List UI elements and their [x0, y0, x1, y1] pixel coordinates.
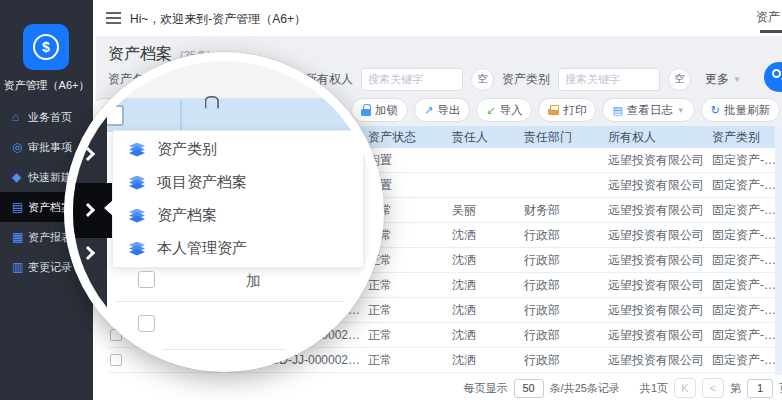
chevron-right-icon[interactable]	[83, 248, 93, 258]
jump-prefix: 第	[730, 381, 741, 396]
flyout-item-0[interactable]: 资产类别	[113, 133, 363, 166]
magnifier-overlay: 资产类别项目资产档案资产档案本人管理资产 加	[64, 52, 384, 372]
tab-asset[interactable]: 资产	[756, 9, 780, 26]
cell-owner: 远望投资有限公司	[608, 352, 712, 369]
empty-toggle-category[interactable]: 空	[668, 68, 691, 91]
cell-dept: 行政部	[524, 302, 608, 319]
app-name: 资产管理（A6+）	[0, 78, 93, 93]
app-logo: $	[23, 24, 69, 70]
change-record-icon: ▥	[12, 260, 28, 274]
log-button[interactable]: ▤查看日志▼	[602, 98, 694, 122]
page-title: 资产档案	[108, 44, 172, 65]
search-icon	[772, 69, 781, 78]
cell-owner: 远望投资有限公司	[608, 327, 712, 344]
cell-category: 固定资产-电子...	[712, 202, 782, 219]
layers-icon	[129, 242, 145, 256]
log-icon: ▤	[612, 105, 622, 116]
cell-category: 固定资产-电子...	[712, 152, 782, 169]
flyout-item-label: 项目资产档案	[157, 173, 247, 192]
magnified-column-divider	[180, 100, 182, 130]
flyout-item-1[interactable]: 项目资产档案	[113, 166, 363, 199]
flyout-menu: 资产类别项目资产档案资产档案本人管理资产	[112, 130, 364, 268]
cell-owner: 远望投资有限公司	[608, 252, 712, 269]
chevron-down-icon: ▼	[733, 75, 741, 84]
refresh-button[interactable]: ↻批量刷新	[701, 98, 780, 122]
lock-button[interactable]: 加锁	[351, 98, 408, 122]
pagination-bar: 每页显示 条/共25条记录 共1页 K < 第 页	[96, 375, 782, 400]
cell-status: 正常	[368, 252, 452, 269]
button-label: 加锁	[375, 103, 398, 118]
sidebar-item-label: 审批事项	[28, 140, 72, 155]
flyout-item-3[interactable]: 本人管理资产	[113, 232, 363, 265]
layers-icon	[129, 209, 145, 223]
cell-category: 固定资产-其他...	[712, 252, 782, 269]
cell-person: 沈洒	[452, 327, 524, 344]
cell-person: 沈洒	[452, 252, 524, 269]
flyout-pointer	[104, 200, 113, 216]
import-button[interactable]: ↙导入	[476, 98, 532, 122]
cell-owner: 远望投资有限公司	[608, 302, 712, 319]
dollar-icon: $	[33, 34, 59, 60]
cell-status: 正常	[368, 302, 452, 319]
topbar: Hi~，欢迎来到-资产管理（A6+） 资产	[96, 0, 782, 36]
sidebar-item-0[interactable]: ⌂业务首页	[0, 102, 93, 132]
per-page-label: 每页显示	[464, 381, 508, 396]
chevron-down-icon: ▼	[677, 106, 685, 115]
sidebar-item-label: 变更记录	[28, 260, 72, 275]
column-header: 所有权人	[608, 129, 712, 146]
column-header: 资产类别	[712, 129, 782, 146]
chevron-right-icon[interactable]	[83, 205, 93, 215]
cell-dept: 行政部	[524, 352, 608, 369]
cell-status: 闲置	[368, 152, 452, 169]
owner-input[interactable]	[361, 68, 463, 91]
flyout-item-label: 资产类别	[157, 140, 217, 159]
more-filters-button[interactable]: 更多 ▼	[705, 71, 741, 88]
cell-person: 吴丽	[452, 202, 524, 219]
more-label: 更多	[705, 71, 729, 88]
prev-page-button[interactable]: <	[702, 378, 724, 398]
column-header: 责任部门	[524, 129, 608, 146]
hamburger-menu-icon[interactable]	[106, 12, 121, 27]
records-label: 条/共25条记录	[550, 381, 620, 396]
cell-status: 正常	[368, 277, 452, 294]
search-fab-button[interactable]	[764, 62, 782, 92]
chevron-right-icon[interactable]	[83, 149, 93, 159]
lock-icon	[361, 109, 371, 116]
magnified-row-checkbox[interactable]	[138, 315, 155, 332]
filter-label-category: 资产类别	[502, 71, 550, 88]
asset-archive-icon: ▤	[12, 200, 28, 214]
approval-icon: ◎	[12, 140, 28, 154]
home-icon: ⌂	[12, 110, 28, 124]
welcome-text: Hi~，欢迎来到-资产管理（A6+）	[130, 11, 306, 28]
column-header: 资产状态	[368, 129, 452, 146]
cell-owner: 远望投资有限公司	[608, 202, 712, 219]
quick-create-icon: ◆	[12, 170, 28, 184]
print-button[interactable]: 打印	[538, 98, 596, 122]
button-label: 导出	[437, 103, 460, 118]
cell-dept: 行政部	[524, 327, 608, 344]
magnified-row-divider	[115, 301, 355, 302]
cell-category: 固定资产-其他...	[712, 227, 782, 244]
button-label: 查看日志	[627, 103, 673, 118]
print-icon	[548, 109, 559, 115]
page-number-input[interactable]	[747, 379, 773, 398]
column-header: 责任人	[452, 129, 524, 146]
cell-owner: 远望投资有限公司	[608, 177, 712, 194]
scrollbar-track[interactable]	[775, 126, 782, 375]
per-page-input[interactable]	[514, 379, 544, 398]
category-input[interactable]	[558, 68, 660, 91]
first-page-button[interactable]: K	[674, 378, 696, 398]
cell-category: 固定资产-家具...	[712, 352, 782, 369]
cell-owner: 远望投资有限公司	[608, 277, 712, 294]
magnified-row-checkbox[interactable]	[138, 271, 155, 288]
pages-label: 共1页	[640, 381, 668, 396]
flyout-item-2[interactable]: 资产档案	[113, 199, 363, 232]
row-checkbox[interactable]	[110, 354, 122, 366]
export-button[interactable]: ↗导出	[414, 98, 470, 122]
asset-report-icon: ▦	[12, 230, 28, 244]
tab-underline	[760, 30, 782, 33]
cell-owner: 远望投资有限公司	[608, 152, 712, 169]
empty-toggle-owner[interactable]: 空	[471, 68, 494, 91]
cell-category: 固定资产-家具...	[712, 327, 782, 344]
cell-status: 正常	[368, 352, 452, 369]
